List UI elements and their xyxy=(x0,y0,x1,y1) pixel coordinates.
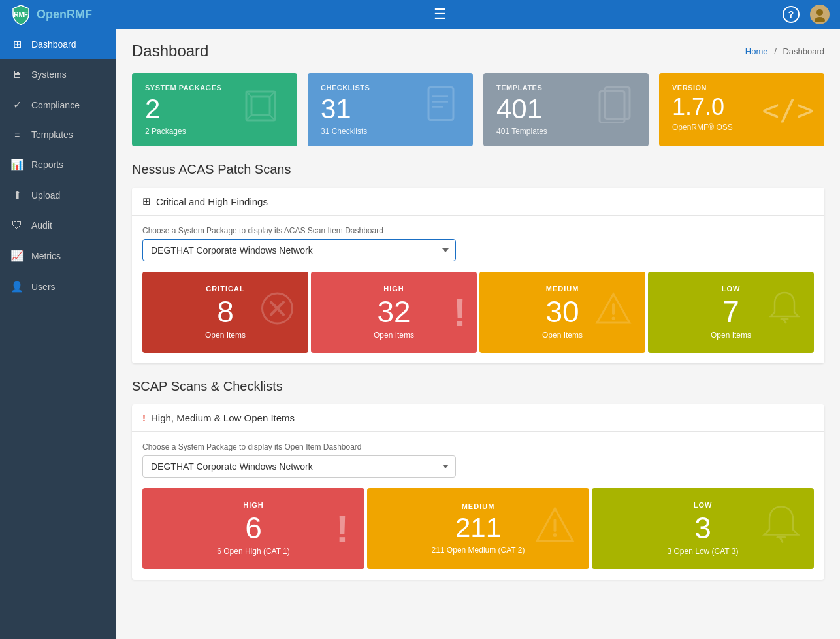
main-layout: ⊞ Dashboard 🖥 Systems ✓ Compliance ≡ Tem… xyxy=(0,29,840,639)
sev-label: CRITICAL xyxy=(206,285,244,293)
summary-card-system-packages[interactable]: SYSTEM PACKAGES 2 2 Packages xyxy=(132,73,297,146)
sidebar-item-label: Metrics xyxy=(31,251,61,261)
main-content: Dashboard Home / Dashboard SYSTEM PACKAG… xyxy=(116,29,840,639)
svg-point-2 xyxy=(815,17,825,22)
page-title: Dashboard xyxy=(132,42,208,60)
svg-point-25 xyxy=(553,533,557,537)
scap-section: ! High, Medium & Low Open Items Choose a… xyxy=(132,404,824,580)
sev-number: 7 xyxy=(722,297,739,327)
scap-section-inner: Choose a System Package to display its O… xyxy=(132,432,824,580)
summary-card-checklists[interactable]: CHECKLISTS 31 31 Checklists xyxy=(308,73,473,146)
reports-icon: 📊 xyxy=(10,158,24,171)
dashboard-icon: ⊞ xyxy=(10,38,24,50)
summary-card-version: VERSION 1.7.0 OpenRMF® OSS </> xyxy=(659,73,824,146)
card-label: VERSION xyxy=(672,84,811,91)
sev-subtitle: Open Items xyxy=(542,331,583,340)
scap-high-card: HIGH 6 6 Open High (CAT 1) ! xyxy=(142,488,364,569)
scap-dropdown-label: Choose a System Package to display its O… xyxy=(142,442,814,451)
header-icons: ? xyxy=(783,5,830,24)
sidebar-item-dashboard[interactable]: ⊞ Dashboard xyxy=(0,29,116,59)
warning-icon xyxy=(534,506,576,551)
logo-area: RMF OpenRMF xyxy=(10,4,92,25)
breadcrumb: Home / Dashboard xyxy=(745,46,824,56)
page-header: Dashboard Home / Dashboard xyxy=(132,42,824,60)
audit-icon: 🛡 xyxy=(10,220,24,231)
breadcrumb-current: Dashboard xyxy=(783,46,824,56)
scap-low-card: LOW 3 3 Open Low (CAT 3) xyxy=(592,488,814,569)
app-logo-text: OpenRMF xyxy=(37,8,92,22)
acas-system-package-select[interactable]: DEGTHAT Corporate Windows Network xyxy=(142,239,456,261)
high-icon: ! xyxy=(453,290,466,335)
sev-subtitle: Open Items xyxy=(711,331,751,340)
acas-section-title: Nessus ACAS Patch Scans xyxy=(132,162,824,177)
users-icon: 👤 xyxy=(10,280,24,293)
sev-label: HIGH xyxy=(243,501,264,509)
acas-severity-grid: CRITICAL 8 Open Items HI xyxy=(142,272,814,353)
avatar[interactable] xyxy=(810,5,830,24)
sev-subtitle: 211 Open Medium (CAT 2) xyxy=(432,546,525,555)
sev-number: 30 xyxy=(545,297,579,327)
summary-cards: SYSTEM PACKAGES 2 2 Packages CHECKLIS xyxy=(132,73,824,146)
sidebar-item-label: Systems xyxy=(31,69,67,80)
breadcrumb-home-link[interactable]: Home xyxy=(745,46,768,56)
card-templates-icon xyxy=(596,85,638,135)
acas-subsection-title-bar: ⊞ Critical and High Findings xyxy=(132,188,824,216)
top-header: RMF OpenRMF ☰ ? xyxy=(0,0,840,29)
help-icon[interactable]: ? xyxy=(783,6,800,23)
scap-section-title: SCAP Scans & Checklists xyxy=(132,379,824,394)
svg-point-20 xyxy=(612,317,615,320)
hamburger-menu-icon[interactable]: ☰ xyxy=(434,6,447,23)
summary-card-templates[interactable]: TEMPLATES 401 401 Templates xyxy=(483,73,649,146)
table-icon: ⊞ xyxy=(142,195,151,207)
critical-icon xyxy=(259,291,295,335)
sev-subtitle: Open Items xyxy=(205,331,246,340)
sev-label: LOW xyxy=(722,285,741,293)
sidebar-item-reports[interactable]: 📊 Reports xyxy=(0,149,116,180)
sidebar-item-label: Templates xyxy=(31,129,73,140)
bell-icon xyxy=(768,290,801,335)
upload-icon: ⬆ xyxy=(10,189,24,201)
sev-subtitle: 6 Open High (CAT 1) xyxy=(217,547,290,556)
acas-low-card: LOW 7 Open Items xyxy=(648,272,814,353)
sidebar-item-label: Audit xyxy=(31,220,52,231)
acas-medium-card: MEDIUM 30 Open Items xyxy=(479,272,645,353)
acas-high-card: HIGH 32 Open Items ! xyxy=(311,272,477,353)
svg-point-1 xyxy=(816,9,823,16)
sev-subtitle: 3 Open Low (CAT 3) xyxy=(668,547,739,556)
svg-rect-9 xyxy=(428,88,453,120)
metrics-icon: 📈 xyxy=(10,250,24,262)
sev-number: 6 xyxy=(245,513,262,543)
bell-icon xyxy=(762,504,801,554)
svg-text:RMF: RMF xyxy=(14,11,28,18)
acas-dropdown-label: Choose a System Package to display its A… xyxy=(142,226,814,235)
templates-icon: ≡ xyxy=(10,129,24,140)
sev-number: 3 xyxy=(694,513,711,543)
scap-system-package-select[interactable]: DEGTHAT Corporate Windows Network xyxy=(142,455,456,478)
sev-label: MEDIUM xyxy=(462,502,495,510)
sidebar: ⊞ Dashboard 🖥 Systems ✓ Compliance ≡ Tem… xyxy=(0,29,116,639)
sidebar-item-label: Upload xyxy=(31,190,60,201)
warning-icon xyxy=(594,291,632,333)
sidebar-item-systems[interactable]: 🖥 Systems xyxy=(0,59,116,90)
compliance-icon: ✓ xyxy=(10,99,24,111)
sidebar-item-templates[interactable]: ≡ Templates xyxy=(0,120,116,149)
sev-subtitle: Open Items xyxy=(374,331,414,340)
sidebar-item-audit[interactable]: 🛡 Audit xyxy=(0,210,116,240)
sidebar-item-label: Reports xyxy=(31,159,63,170)
card-version-icon: </> xyxy=(762,93,814,127)
sidebar-item-upload[interactable]: ⬆ Upload xyxy=(0,180,116,210)
card-packages-icon xyxy=(241,86,287,133)
svg-rect-4 xyxy=(251,97,270,115)
sev-label: MEDIUM xyxy=(546,285,579,293)
high-icon: ! xyxy=(336,506,349,551)
sidebar-item-users[interactable]: 👤 Users xyxy=(0,271,116,302)
logo-shield-icon: RMF xyxy=(10,4,31,25)
sev-label: HIGH xyxy=(383,285,404,293)
systems-icon: 🖥 xyxy=(10,69,24,80)
acas-section: ⊞ Critical and High Findings Choose a Sy… xyxy=(132,188,824,363)
sidebar-item-metrics[interactable]: 📈 Metrics xyxy=(0,240,116,271)
scap-medium-card: MEDIUM 211 211 Open Medium (CAT 2) xyxy=(367,488,589,569)
breadcrumb-separator: / xyxy=(774,46,777,56)
sidebar-item-compliance[interactable]: ✓ Compliance xyxy=(0,90,116,120)
sev-number: 211 xyxy=(455,514,501,542)
